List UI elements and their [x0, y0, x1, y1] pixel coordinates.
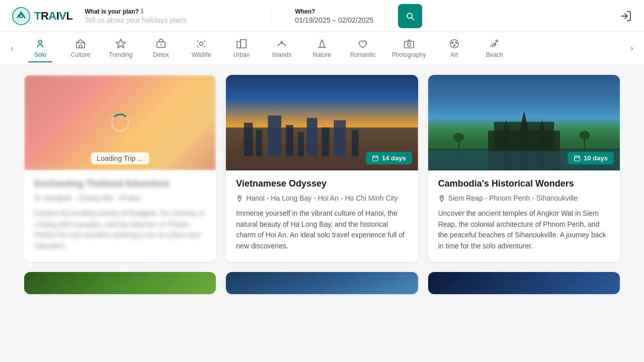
nav-label-islands: Islands — [272, 51, 291, 58]
nav-item-photography[interactable]: Photography — [384, 34, 434, 62]
card-image-cambodia: 10 days — [428, 75, 620, 170]
svg-point-54 — [441, 197, 442, 198]
card-location-text-thailand: Bangkok · Chiang Mai · Phuket — [44, 194, 141, 202]
trip-card-vietnam[interactable]: 14 days Vietnamese Odyssey Hanoi - Ha Lo… — [226, 75, 418, 262]
svg-point-17 — [455, 42, 457, 44]
loading-spinner — [111, 114, 129, 132]
svg-point-48 — [579, 131, 590, 140]
svg-rect-31 — [373, 156, 378, 161]
nav-item-romantic[interactable]: Romantic — [342, 34, 384, 62]
nav-item-detox[interactable]: Detox — [141, 34, 181, 62]
card-location-thailand: Bangkok · Chiang Mai · Phuket — [34, 194, 206, 202]
nav-item-nature[interactable]: Nature — [302, 34, 342, 62]
svg-point-46 — [453, 133, 464, 142]
date-section: When? 01/19/2025 – 02/02/2025 — [283, 8, 386, 24]
trip-card-bottom-2[interactable] — [226, 272, 418, 294]
svg-rect-30 — [352, 130, 359, 156]
card-image-bottom-2 — [226, 272, 418, 294]
nav-item-solo[interactable]: Solo — [20, 34, 60, 62]
svg-point-2 — [20, 15, 22, 17]
days-badge-cambodia: 10 days — [568, 152, 614, 164]
signin-button[interactable] — [620, 10, 632, 22]
date-label: When? — [295, 8, 373, 15]
nav-bar: ‹ Solo Culture Trending Detox — [0, 32, 644, 65]
cards-row-bottom — [24, 272, 620, 294]
card-title-cambodia: Cambodia's Historical Wonders — [438, 178, 610, 189]
svg-point-20 — [37, 197, 38, 198]
trip-card-bottom-1[interactable] — [24, 272, 216, 294]
svg-point-35 — [239, 197, 240, 198]
plan-placeholder[interactable]: Tell us about your holidays plans — [85, 16, 259, 24]
info-icon: ℹ — [141, 8, 143, 15]
card-desc-vietnam: Immerse yourself in the vibrant culture … — [236, 208, 408, 252]
nav-item-beach[interactable]: Beach — [474, 34, 515, 62]
svg-rect-22 — [244, 123, 253, 156]
svg-rect-25 — [286, 125, 293, 156]
svg-marker-6 — [116, 39, 125, 48]
logo-text: TRAIVL — [34, 10, 73, 23]
card-location-text-cambodia: Siem Reap - Phnom Penh - Sihanoukville — [448, 194, 578, 202]
card-body-thailand: Enchanting Thailand Adventure Bangkok · … — [24, 170, 216, 262]
card-image-vietnam: 14 days — [226, 75, 418, 170]
nav-label-trending: Trending — [109, 51, 133, 58]
nav-item-culture[interactable]: Culture — [60, 34, 101, 62]
card-location-vietnam: Hanoi - Ha Long Bay - Hoi An - Ho Chi Mi… — [236, 194, 408, 202]
svg-rect-27 — [307, 118, 317, 156]
nav-label-art: Art — [450, 51, 458, 58]
trip-card-cambodia[interactable]: 10 days Cambodia's Historical Wonders Si… — [428, 75, 620, 262]
card-desc-thailand: Explore the bustling streets of Bangkok,… — [34, 208, 206, 252]
nav-item-islands[interactable]: Islands — [262, 34, 302, 62]
svg-rect-29 — [334, 120, 346, 156]
card-location-text-vietnam: Hanoi - Ha Long Bay - Hoi An - Ho Chi Mi… — [246, 194, 397, 202]
nav-label-beach: Beach — [486, 51, 503, 58]
svg-rect-10 — [240, 40, 246, 48]
nav-label-solo: Solo — [34, 51, 46, 58]
days-badge-text-vietnam: 14 days — [382, 154, 406, 162]
nav-next-arrow[interactable]: › — [624, 32, 640, 64]
nav-label-nature: Nature — [313, 51, 331, 58]
nav-item-wildlife[interactable]: Wildlife — [181, 34, 221, 62]
nav-item-art[interactable]: Art — [434, 34, 474, 62]
cards-row-top: Loading Trip ... Enchanting Thailand Adv… — [24, 75, 620, 262]
trip-card-bottom-3[interactable] — [428, 272, 620, 294]
svg-point-3 — [39, 40, 42, 43]
nav-label-wildlife: Wildlife — [192, 51, 211, 58]
loading-text: Loading Trip ... — [91, 152, 149, 164]
search-button[interactable] — [398, 4, 422, 28]
days-badge-vietnam: 14 days — [366, 152, 412, 164]
svg-point-18 — [453, 45, 455, 46]
nav-prev-arrow[interactable]: ‹ — [4, 32, 20, 64]
card-title-thailand: Enchanting Thailand Adventure — [34, 178, 206, 189]
card-desc-cambodia: Uncover the ancient temples of Angkor Wa… — [438, 208, 610, 252]
nav-label-culture: Culture — [71, 51, 91, 58]
main-content: Loading Trip ... Enchanting Thailand Adv… — [0, 65, 644, 314]
logo[interactable]: TRAIVL — [12, 7, 73, 25]
svg-point-14 — [408, 43, 411, 46]
svg-rect-26 — [298, 132, 304, 156]
nav-items: Solo Culture Trending Detox Wildlife — [20, 34, 624, 62]
svg-point-16 — [452, 42, 453, 44]
svg-rect-28 — [322, 128, 330, 156]
svg-rect-13 — [405, 41, 414, 48]
svg-rect-5 — [79, 45, 82, 48]
svg-point-19 — [496, 40, 498, 42]
card-title-vietnam: Vietnamese Odyssey — [236, 178, 408, 189]
svg-marker-39 — [519, 111, 528, 131]
nav-label-photography: Photography — [392, 51, 426, 58]
card-body-vietnam: Vietnamese Odyssey Hanoi - Ha Long Bay -… — [226, 170, 418, 262]
svg-rect-9 — [237, 41, 240, 48]
nav-label-urban: Urban — [233, 51, 250, 58]
nav-item-urban[interactable]: Urban — [221, 34, 262, 62]
svg-rect-50 — [575, 156, 580, 161]
card-location-cambodia: Siem Reap - Phnom Penh - Sihanoukville — [438, 194, 610, 202]
date-value: 01/19/2025 – 02/02/2025 — [295, 16, 373, 24]
plan-input-section: What is your plan? ℹ Tell us about your … — [85, 8, 271, 24]
trip-card-thailand[interactable]: Loading Trip ... Enchanting Thailand Adv… — [24, 75, 216, 262]
days-badge-text-cambodia: 10 days — [584, 154, 608, 162]
nav-label-detox: Detox — [153, 51, 169, 58]
nav-label-romantic: Romantic — [350, 51, 376, 58]
header: TRAIVL What is your plan? ℹ Tell us abou… — [0, 0, 644, 32]
svg-rect-23 — [256, 130, 262, 156]
nav-item-trending[interactable]: Trending — [101, 34, 141, 62]
card-image-bottom-1 — [24, 272, 216, 294]
